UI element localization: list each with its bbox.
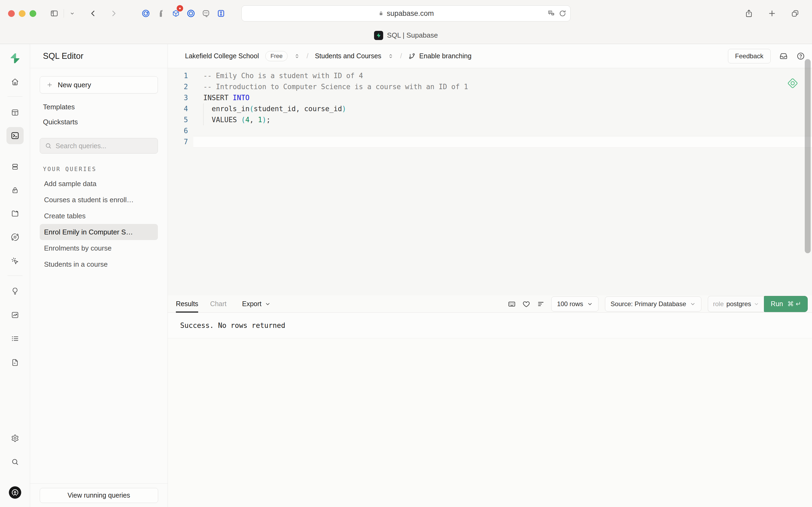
sidebar-item-sql-editor[interactable]	[6, 127, 23, 144]
line-number: 5	[168, 114, 193, 125]
chevron-down-icon[interactable]	[66, 7, 78, 19]
plug-extension-icon[interactable]	[200, 7, 212, 19]
breadcrumb-org[interactable]: Lakefield College School	[185, 52, 259, 60]
query-list-item[interactable]: Enrol Emily in Computer S…	[40, 224, 158, 240]
enable-branching-label: Enable branching	[419, 52, 471, 60]
tab-results[interactable]: Results	[176, 295, 198, 312]
tab-overview-icon[interactable]	[789, 7, 801, 19]
view-running-queries-button[interactable]: View running queries	[40, 488, 158, 503]
sql-editor[interactable]: 1234567 -- Emily Cho is a student with I…	[168, 68, 812, 295]
tab-title[interactable]: SQL | Supabase	[387, 31, 438, 40]
search-icon[interactable]	[9, 456, 21, 468]
sidebar-item-advisors[interactable]	[9, 285, 21, 297]
role-dropdown[interactable]: role postgres	[708, 296, 764, 312]
favorite-heart-icon[interactable]	[522, 300, 530, 308]
source-dropdown[interactable]: Source: Primary Database	[605, 296, 701, 312]
supabase-favicon	[374, 31, 383, 40]
chevrons-up-down-icon[interactable]	[388, 53, 394, 59]
query-sidebar: SQL Editor New query Templates Quickstar…	[30, 44, 168, 507]
sidebar-item-realtime[interactable]	[9, 255, 21, 267]
rows-limit-dropdown[interactable]: 100 rows	[551, 296, 598, 312]
sidebar-item-authentication[interactable]	[9, 184, 21, 196]
zoom-window-button[interactable]	[30, 10, 36, 17]
query-list: Add sample dataCourses a student is enro…	[40, 176, 158, 272]
line-number: 4	[168, 103, 193, 114]
query-list-item[interactable]: Students in a course	[40, 256, 158, 272]
forward-button[interactable]	[107, 7, 120, 19]
url-bar[interactable]: supabase.com	[241, 5, 571, 21]
run-button[interactable]: Run ⌘ ↵	[764, 296, 808, 312]
sidebar-footer: View running queries	[30, 484, 168, 507]
code-line[interactable]: -- Emily Cho is a student with ID of 4	[193, 70, 812, 81]
breadcrumb-project[interactable]: Students and Courses	[315, 52, 381, 60]
translate-icon[interactable]	[547, 9, 555, 17]
code-line[interactable]: INSERT INTO	[193, 92, 812, 103]
page-scrollbar[interactable]	[805, 59, 811, 253]
your-queries-label: YOUR QUERIES	[43, 166, 158, 172]
inbox-icon[interactable]	[779, 52, 788, 60]
enable-branching-button[interactable]: Enable branching	[408, 52, 471, 60]
blocker-extension-icon[interactable]	[185, 7, 197, 19]
run-shortcut: ⌘ ↵	[787, 300, 801, 308]
new-query-button[interactable]: New query	[40, 76, 158, 94]
format-lines-icon[interactable]	[537, 300, 545, 308]
code-line[interactable]	[193, 136, 812, 148]
reload-icon[interactable]	[559, 9, 567, 17]
sidebar-toggle-icon[interactable]	[48, 7, 60, 19]
query-list-item[interactable]: Create tables	[40, 208, 158, 224]
search-queries-input[interactable]	[56, 142, 153, 150]
chevron-down-icon	[754, 301, 759, 307]
minimize-window-button[interactable]	[19, 10, 25, 17]
sidebar-item-database[interactable]	[9, 161, 21, 173]
search-queries-box[interactable]	[40, 138, 158, 154]
new-query-label: New query	[58, 81, 91, 89]
code-line[interactable]	[193, 125, 812, 136]
git-branch-icon	[408, 53, 415, 60]
share-icon[interactable]	[743, 7, 755, 19]
query-list-item[interactable]: Courses a student is enroll…	[40, 192, 158, 208]
editor-code[interactable]: -- Emily Cho is a student with ID of 4--…	[193, 70, 812, 295]
box-extension-icon[interactable]: ♥	[170, 7, 182, 19]
page-title: SQL Editor	[30, 44, 168, 68]
browser-toolbar: ♥ supabase.com	[0, 0, 812, 27]
sidebar-item-api-docs[interactable]	[9, 357, 21, 369]
sidebar-item-reports[interactable]	[9, 309, 21, 321]
ai-assistant-icon[interactable]	[787, 77, 799, 89]
sidebar-item-table-editor[interactable]	[9, 107, 21, 118]
main-panel: Lakefield College School Free / Students…	[168, 44, 812, 507]
code-line[interactable]: VALUES (4, 1);	[193, 114, 812, 125]
export-button[interactable]: Export	[242, 300, 271, 308]
sidebar-item-home[interactable]	[9, 76, 21, 88]
user-avatar[interactable]	[9, 486, 21, 499]
help-icon[interactable]	[797, 52, 805, 60]
sidebar-item-templates[interactable]: Templates	[40, 99, 158, 114]
new-tab-icon[interactable]	[766, 7, 778, 19]
chevrons-up-down-icon[interactable]	[294, 53, 300, 59]
feedback-button[interactable]: Feedback	[728, 49, 771, 63]
query-list-item[interactable]: Add sample data	[40, 176, 158, 192]
sidebar-item-edge-functions[interactable]	[9, 231, 21, 243]
code-line[interactable]: -- Introduction to Computer Science is a…	[193, 81, 812, 92]
source-value: Source: Primary Database	[611, 300, 686, 308]
activity-extension-icon[interactable]	[139, 7, 152, 19]
editor-gutter: 1234567	[168, 70, 193, 295]
close-window-button[interactable]	[8, 10, 15, 17]
sidebar-item-storage[interactable]	[9, 208, 21, 219]
window-controls	[8, 10, 36, 17]
sidebar-item-quickstarts[interactable]: Quickstarts	[40, 114, 158, 129]
results-empty-area	[168, 338, 812, 507]
sidebar-item-logs[interactable]	[9, 333, 21, 344]
keyboard-shortcuts-icon[interactable]	[508, 300, 516, 308]
supabase-logo[interactable]	[9, 52, 21, 64]
line-number: 7	[168, 136, 193, 148]
settings-icon[interactable]	[9, 432, 21, 444]
query-list-item[interactable]: Enrolments by course	[40, 240, 158, 256]
instapaper-extension-icon[interactable]	[215, 7, 227, 19]
code-line[interactable]: enrols_in(student_id, course_id)	[193, 103, 812, 114]
cleaner-extension-icon[interactable]	[155, 7, 167, 19]
chevron-down-icon	[265, 301, 271, 307]
indent-guide	[203, 103, 204, 125]
line-number: 2	[168, 81, 193, 92]
back-button[interactable]	[87, 7, 99, 19]
tab-chart[interactable]: Chart	[210, 295, 226, 312]
